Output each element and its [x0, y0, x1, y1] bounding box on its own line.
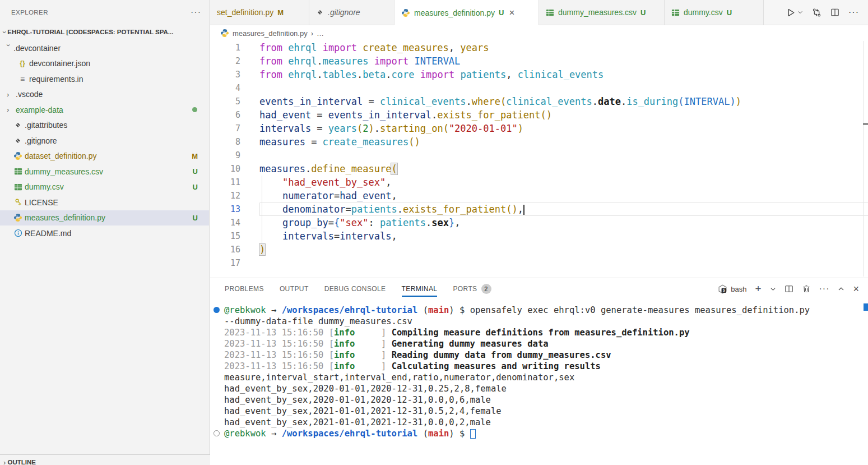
python-icon	[12, 151, 24, 160]
panel-tab-ports[interactable]: PORTS2	[453, 278, 491, 300]
tree-item-requirements-in[interactable]: ≡requirements.in	[0, 71, 209, 87]
line-number: 4	[210, 81, 240, 95]
panel-more-actions-icon[interactable]: ···	[819, 284, 830, 294]
terminal-line: --dummy-data-file dummy_measures.csv	[224, 316, 868, 327]
tree-item-label: .vscode	[16, 90, 43, 99]
code-text: denominator=patients.exists_for_patient(…	[259, 202, 868, 216]
tab-git-status-badge: U	[499, 8, 504, 17]
line-number: 15	[210, 229, 240, 243]
explorer-more-icon[interactable]: ···	[191, 7, 201, 17]
tree-item-readme-md[interactable]: README.md	[0, 225, 209, 241]
line-number: 8	[210, 135, 240, 149]
tree-item--gitattributes[interactable]: .gitattributes	[0, 118, 209, 133]
maximize-panel-icon[interactable]	[838, 286, 844, 292]
kill-terminal-icon[interactable]	[802, 284, 811, 293]
chevron-down-icon[interactable]: ›	[4, 44, 13, 52]
run-python-file-button[interactable]	[786, 8, 803, 17]
tab-git-status-badge: M	[277, 8, 284, 17]
chevron-right-icon: ›	[3, 458, 6, 465]
terminal-launch-dropdown[interactable]	[770, 286, 776, 292]
panel-tab-label: PORTS	[453, 285, 477, 293]
panel-tab-debug-console[interactable]: DEBUG CONSOLE	[324, 278, 386, 300]
terminal-scroll-marker	[864, 303, 868, 311]
chevron-right-icon[interactable]: ›	[7, 90, 15, 99]
line-number: 12	[210, 189, 240, 202]
terminal-shell-item[interactable]: $ bash	[718, 284, 746, 294]
panel-tab-terminal[interactable]: TERMINAL	[402, 278, 438, 300]
code-line-14[interactable]: 14 group_by={"sex": patients.sex},	[210, 216, 868, 229]
code-line-12[interactable]: 12 numerator=had_event,	[210, 189, 868, 202]
explorer-sidebar: EXPLORER ··· › EHRQL-TUTORIAL [CODESPACE…	[0, 0, 210, 465]
panel-tab-problems[interactable]: PROBLEMS	[225, 278, 264, 300]
tree-item-license[interactable]: LICENSE	[0, 195, 209, 210]
tree-item-label: example-data	[16, 105, 63, 114]
git-status-badge: U	[193, 214, 198, 222]
tree-item-devcontainer-json[interactable]: {}devcontainer.json	[0, 56, 209, 72]
panel-tab-output[interactable]: OUTPUT	[280, 278, 309, 300]
code-editor[interactable]: 1from ehrql import create_measures, year…	[210, 41, 868, 277]
tab-set-definition-py[interactable]: set_definition.pyM	[210, 0, 309, 25]
close-tab-icon[interactable]: ×	[509, 8, 514, 17]
git-icon	[12, 137, 24, 145]
split-editor-icon[interactable]	[830, 8, 839, 17]
code-line-8[interactable]: 8measures = create_measures()	[210, 135, 868, 149]
code-line-7[interactable]: 7intervals = years(2).starting_on("2020-…	[210, 122, 868, 135]
tree-item-label: LICENSE	[25, 198, 58, 207]
code-line-15[interactable]: 15 intervals=intervals,	[210, 229, 868, 243]
line-number: 16	[210, 243, 240, 256]
tree-item-dummy-csv[interactable]: dummy.csvU	[0, 179, 209, 195]
code-line-11[interactable]: 11 "had_event_by_sex",	[210, 176, 868, 189]
close-panel-icon[interactable]: ×	[853, 283, 859, 295]
code-line-1[interactable]: 1from ehrql import create_measures, year…	[210, 41, 868, 54]
code-line-10[interactable]: 10measures.define_measure(	[210, 162, 868, 176]
code-text	[259, 81, 868, 95]
git-compare-icon[interactable]	[812, 8, 821, 17]
line-number: 6	[210, 108, 240, 122]
code-line-2[interactable]: 2from ehrql.measures import INTERVAL	[210, 54, 868, 68]
vscode-window: EXPLORER ··· › EHRQL-TUTORIAL [CODESPACE…	[0, 0, 868, 465]
breadcrumb-more[interactable]: …	[317, 29, 324, 38]
code-line-17[interactable]: 17	[210, 256, 868, 270]
tree-item-measures-definition-py[interactable]: measures_definition.pyU	[0, 210, 209, 226]
code-line-4[interactable]: 4	[210, 81, 868, 95]
tab--gitignore[interactable]: .gitignore	[309, 0, 394, 25]
editor-scrollbar[interactable]	[863, 41, 864, 277]
prompt-indicator-hollow	[213, 430, 220, 436]
list-icon: ≡	[17, 75, 28, 84]
line-number: 10	[210, 162, 240, 176]
tree-item-dataset-definition-py[interactable]: dataset_definition.pyM	[0, 149, 209, 164]
workspace-section-header[interactable]: › EHRQL-TUTORIAL [CODESPACES: POTENTIAL …	[0, 25, 209, 39]
code-line-9[interactable]: 9	[210, 149, 868, 162]
chevron-right-icon[interactable]: ›	[7, 105, 15, 114]
new-terminal-button[interactable]: +	[755, 283, 761, 295]
breadcrumb-file[interactable]: measures_definition.py	[233, 29, 308, 38]
editor-more-actions-icon[interactable]: ···	[848, 7, 859, 17]
tab-dummy-measures-csv[interactable]: dummy_measures.csvU	[539, 0, 665, 25]
tree-item--devcontainer[interactable]: ›.devcontainer	[0, 40, 209, 56]
csv-icon	[12, 183, 24, 191]
bottom-panel: PROBLEMSOUTPUTDEBUG CONSOLETERMINALPORTS…	[210, 278, 868, 465]
explorer-title: EXPLORER	[11, 9, 48, 16]
tab-label: dummy.csv	[684, 8, 723, 17]
tab-measures-definition-py[interactable]: measures_definition.pyU×	[394, 0, 539, 25]
panel-tab-label: TERMINAL	[402, 285, 438, 293]
split-terminal-icon[interactable]	[785, 284, 793, 293]
tree-item-label: README.md	[25, 229, 71, 238]
code-line-5[interactable]: 5events_in_interval = clinical_events.wh…	[210, 95, 868, 108]
tree-item--gitignore[interactable]: .gitignore	[0, 133, 209, 149]
git-status-badge: U	[193, 183, 198, 191]
tree-item-label: requirements.in	[29, 75, 83, 84]
code-line-13[interactable]: 13 denominator=patients.exists_for_patie…	[210, 202, 868, 216]
code-line-6[interactable]: 6had_event = events_in_interval.exists_f…	[210, 108, 868, 122]
code-line-16[interactable]: 16)	[210, 243, 868, 256]
terminal[interactable]: @rebkwok → /workspaces/ehrql-tutorial (m…	[210, 300, 868, 465]
breadcrumb[interactable]: measures_definition.py › …	[210, 25, 868, 41]
ports-count-badge: 2	[481, 284, 491, 294]
code-line-3[interactable]: 3from ehrql.tables.beta.core import pati…	[210, 68, 868, 81]
line-number: 3	[210, 68, 240, 81]
outline-section-header[interactable]: › OUTLINE	[0, 454, 213, 465]
tree-item--vscode[interactable]: ›.vscode	[0, 87, 209, 103]
tree-item-example-data[interactable]: ›example-data	[0, 102, 209, 118]
tree-item-dummy-measures-csv[interactable]: dummy_measures.csvU	[0, 164, 209, 179]
tab-dummy-csv[interactable]: dummy.csvU	[665, 0, 764, 25]
